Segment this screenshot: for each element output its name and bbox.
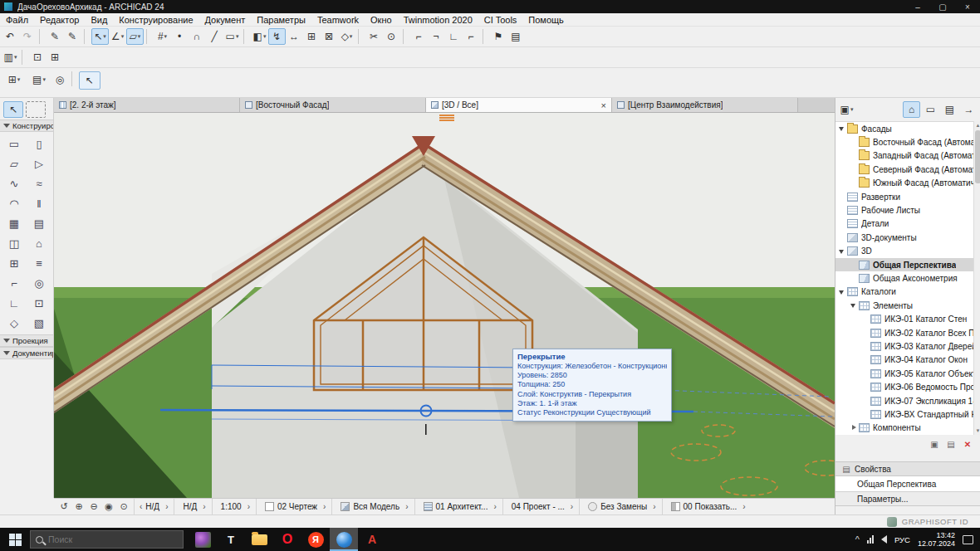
publisher-button[interactable]: → xyxy=(960,101,978,118)
panel-icon[interactable]: ▤ xyxy=(507,28,525,45)
orbit-icon[interactable]: ↺ xyxy=(56,500,71,514)
undo-icon[interactable]: ↶ xyxy=(2,28,19,45)
menu-window[interactable]: Окно xyxy=(365,13,398,27)
pen-settings-icon[interactable]: ✎ xyxy=(64,28,81,45)
palette-tool-icon[interactable]: ⌐ xyxy=(3,273,25,293)
palette-tool-icon[interactable]: ∿ xyxy=(3,173,25,193)
tree-scrollbar[interactable]: ▲▼ xyxy=(973,121,980,435)
tree-elementy[interactable]: Элементы xyxy=(835,299,973,312)
t-app-icon[interactable]: Т xyxy=(217,528,245,551)
marquee-tool-icon[interactable]: ▱▾ xyxy=(126,28,144,45)
opera-icon[interactable]: O xyxy=(273,528,301,551)
snap-point-icon[interactable]: • xyxy=(171,28,189,45)
palette-tool-icon[interactable]: ∟ xyxy=(3,293,25,313)
tree-ike-04[interactable]: ИКЭ-04 Каталог Окон xyxy=(835,354,973,367)
organizer-icon[interactable]: ▥▾ xyxy=(2,49,19,66)
taskbar-search[interactable] xyxy=(30,530,184,549)
palette-tool-icon[interactable]: ▦ xyxy=(3,213,25,233)
palette-tool-icon[interactable]: ◎ xyxy=(28,273,50,293)
tab-drag-handle[interactable] xyxy=(439,115,454,121)
search-input[interactable] xyxy=(48,534,156,544)
previous-view[interactable]: ‹ Н/Д xyxy=(134,499,174,515)
view-map-button[interactable]: ▭ xyxy=(922,101,939,118)
renovation-filter[interactable]: 00 Показать... xyxy=(662,499,752,515)
tree-komponenty[interactable]: Компоненты xyxy=(835,422,973,435)
tab-floor-plan[interactable]: [2. 2-й этаж] xyxy=(54,98,240,112)
zoom-in-icon[interactable]: ⊕ xyxy=(71,500,86,514)
tree-ike-01[interactable]: ИКЭ-01 Каталог Стен xyxy=(835,312,973,325)
layout-book-button[interactable]: ▤ xyxy=(941,101,958,118)
explode-icon[interactable]: ⊠ xyxy=(321,28,338,45)
tree-obshchaya-perspektiva[interactable]: Общая Перспектива xyxy=(835,258,973,271)
tree-3d[interactable]: 3D xyxy=(835,245,973,258)
toolbox-section-projection[interactable]: Проекция xyxy=(0,334,53,347)
menu-view[interactable]: Вид xyxy=(85,13,113,27)
gravity-icon[interactable]: ↯ xyxy=(268,28,286,45)
scrollbar-thumb[interactable] xyxy=(975,130,980,183)
zoom-out-icon[interactable]: ⊖ xyxy=(86,500,101,514)
palette-tool-icon[interactable]: ≈ xyxy=(28,173,50,193)
maximize-button[interactable]: ▢ xyxy=(930,0,955,13)
corner-extend-icon[interactable]: ⌐ xyxy=(463,28,480,45)
transform-icon[interactable]: ◇▾ xyxy=(338,28,355,45)
favorites-icon[interactable]: ◎ xyxy=(51,71,69,88)
tree-katalogi[interactable]: Каталоги xyxy=(835,285,973,299)
close-tab-icon[interactable]: × xyxy=(601,100,606,110)
menu-twinmotion[interactable]: Twinmotion 2020 xyxy=(398,13,478,27)
grid-tool-icon[interactable]: ⊞ xyxy=(303,28,321,45)
grid-snap-icon[interactable]: #▾ xyxy=(154,28,171,45)
tree-ike-05[interactable]: ИКЭ-05 Каталог Объектов xyxy=(835,367,973,380)
nav-close-icon[interactable]: ✕ xyxy=(961,438,974,450)
corner-topright-icon[interactable]: ¬ xyxy=(428,28,445,45)
palette-tool-icon[interactable]: ◫ xyxy=(3,233,25,253)
toolbox-section-design[interactable]: Конструиров xyxy=(0,119,53,132)
arrow-tool-icon[interactable]: ↖▾ xyxy=(91,28,109,45)
menu-teamwork[interactable]: Teamwork xyxy=(311,13,365,27)
slope-tool-icon[interactable]: ∠▾ xyxy=(109,28,126,45)
nav-clone-icon[interactable]: ▤ xyxy=(944,438,958,450)
tree-detali[interactable]: Детали xyxy=(835,217,973,231)
tree-vostochny-fasad[interactable]: Восточный Фасад (Автоматич xyxy=(835,135,973,149)
layout-combo[interactable]: ▤▾ xyxy=(27,71,51,88)
dimension-icon[interactable]: ↔ xyxy=(286,28,303,45)
volume-icon[interactable] xyxy=(881,535,887,544)
palette-tool-icon[interactable]: ▤ xyxy=(28,213,50,233)
corner-bottom-icon[interactable]: ∟ xyxy=(445,28,463,45)
guide-lines-icon[interactable]: ╱ xyxy=(206,28,223,45)
tree-fasady[interactable]: Фасады xyxy=(835,122,973,135)
palette-tool-icon[interactable]: ⊞ xyxy=(3,253,25,273)
model-filter[interactable]: Вся Модель xyxy=(331,499,414,515)
network-icon[interactable] xyxy=(867,535,874,544)
palette-tool-icon[interactable]: ⊡ xyxy=(28,293,50,313)
project-map-button[interactable]: ⌂ xyxy=(903,101,920,118)
tree-ike-07[interactable]: ИКЭ-07 Экспликация 1-й эт xyxy=(835,394,973,407)
scale-selector[interactable]: 1:100 xyxy=(212,499,256,515)
layer-combination[interactable]: 01 Архитект... xyxy=(414,499,502,515)
hotlink-icon[interactable]: ⊡ xyxy=(29,49,47,66)
close-button[interactable]: × xyxy=(955,0,980,13)
menu-design[interactable]: Конструирование xyxy=(113,13,198,27)
redo-icon[interactable]: ↷ xyxy=(19,28,37,45)
tree-ike-vh[interactable]: ИКЭ-ВХ Стандартный Катал xyxy=(835,407,973,421)
tree-severny-fasad[interactable]: Северный Фасад (Автоматиче xyxy=(835,163,973,176)
tree-yuzhny-fasad[interactable]: Южный Фасад (Автоматическ xyxy=(835,177,973,190)
menu-ci-tools[interactable]: CI Tools xyxy=(478,13,523,27)
properties-header[interactable]: ▤ Свойства xyxy=(835,461,980,476)
tree-razvertki[interactable]: Развертки xyxy=(835,190,973,203)
minimize-button[interactable]: – xyxy=(905,0,930,13)
tree-rabochie-listy[interactable]: Рабочие Листы xyxy=(835,203,973,217)
walk-mode-icon[interactable]: ◉ xyxy=(101,500,116,514)
language-indicator[interactable]: РУС xyxy=(894,535,910,544)
editing-plane-icon[interactable]: ▭▾ xyxy=(223,28,241,45)
tree-obshchaya-aksonometriya[interactable]: Общая Аксонометрия xyxy=(835,271,973,285)
tab-3d-all[interactable]: [3D / Все] × xyxy=(426,98,612,112)
select-arrow-tool[interactable]: ↖ xyxy=(3,101,23,118)
pen-set-selector[interactable]: 02 Чертеж xyxy=(256,499,331,515)
palette-tool-icon[interactable]: ▷ xyxy=(28,154,50,173)
menu-document[interactable]: Документ xyxy=(199,13,252,27)
photo-app-icon[interactable] xyxy=(189,528,217,551)
split-icon[interactable]: ✂ xyxy=(365,28,383,45)
corner-topleft-icon[interactable]: ⌐ xyxy=(410,28,428,45)
menu-edit[interactable]: Редактор xyxy=(34,13,85,27)
file-explorer-icon[interactable] xyxy=(245,528,273,551)
